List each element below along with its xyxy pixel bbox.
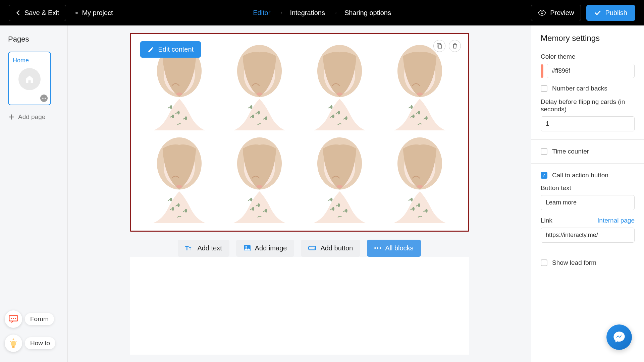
- memory-card[interactable]: [301, 134, 378, 223]
- divider: [531, 251, 644, 251]
- all-blocks-button[interactable]: All blocks: [367, 240, 421, 257]
- svg-point-75: [380, 247, 381, 249]
- svg-rect-9: [12, 346, 15, 348]
- duplicate-button[interactable]: [433, 40, 445, 52]
- svg-point-56: [336, 185, 342, 188]
- card-illustration: [301, 41, 378, 130]
- svg-point-22: [250, 105, 252, 109]
- add-text-button[interactable]: TT Add text: [178, 240, 229, 257]
- sidebar-pages: Pages Home Add page Forum: [0, 25, 68, 362]
- svg-point-67: [425, 209, 428, 213]
- svg-point-37: [418, 111, 420, 114]
- svg-point-49: [256, 185, 262, 188]
- project-name-label: My project: [82, 9, 113, 17]
- svg-point-15: [170, 105, 172, 109]
- preview-button[interactable]: Preview: [531, 5, 581, 21]
- page-thumbnail[interactable]: Home: [8, 52, 51, 105]
- divider: [531, 139, 644, 140]
- save-exit-button[interactable]: Save & Exit: [9, 5, 66, 21]
- nav-integrations[interactable]: Integrations: [290, 9, 325, 17]
- svg-point-45: [172, 207, 174, 211]
- nav-editor[interactable]: Editor: [253, 9, 270, 17]
- link-input[interactable]: [541, 228, 635, 243]
- svg-point-39: [425, 116, 428, 120]
- howto-helper[interactable]: How to: [5, 335, 55, 352]
- add-page-button[interactable]: Add page: [8, 113, 45, 121]
- card-illustration: [221, 134, 298, 223]
- add-button-button[interactable]: Add button: [301, 240, 360, 257]
- svg-point-63: [417, 185, 423, 188]
- svg-point-14: [176, 93, 182, 96]
- color-swatch[interactable]: [541, 64, 543, 78]
- svg-point-0: [541, 12, 543, 14]
- add-button-label: Add button: [320, 244, 353, 252]
- memory-block[interactable]: Edit content: [130, 33, 469, 232]
- svg-point-60: [345, 209, 347, 213]
- edit-content-button[interactable]: Edit content: [140, 41, 201, 58]
- delete-button[interactable]: [449, 40, 461, 52]
- text-icon: TT: [185, 245, 193, 251]
- header-nav: Editor → Integrations → Sharing options: [253, 9, 391, 17]
- lead-form-checkbox[interactable]: [541, 259, 547, 266]
- header-left: Save & Exit My project: [9, 5, 113, 21]
- memory-card[interactable]: [381, 41, 458, 130]
- time-counter-checkbox[interactable]: [541, 148, 547, 155]
- add-image-button[interactable]: Add image: [236, 240, 294, 257]
- edit-content-label: Edit content: [158, 46, 194, 53]
- svg-point-71: [245, 246, 247, 248]
- messenger-button[interactable]: [606, 324, 632, 350]
- svg-point-58: [337, 203, 340, 207]
- cta-row: Call to action button: [541, 172, 635, 179]
- nav-sharing[interactable]: Sharing options: [344, 9, 391, 17]
- memory-card[interactable]: [221, 41, 298, 130]
- svg-point-42: [176, 185, 182, 188]
- svg-point-57: [330, 198, 332, 201]
- svg-point-32: [345, 116, 347, 120]
- memory-card[interactable]: [381, 134, 458, 223]
- svg-point-18: [185, 116, 187, 120]
- publish-button[interactable]: Publish: [586, 5, 635, 21]
- howto-label: How to: [25, 337, 55, 349]
- add-toolbar: TT Add text Add image Add button All blo…: [178, 240, 421, 257]
- float-helpers: Forum How to: [5, 310, 55, 352]
- add-image-label: Add image: [255, 244, 287, 252]
- svg-point-38: [412, 115, 415, 118]
- forum-helper[interactable]: Forum: [5, 310, 55, 328]
- checkmark-icon: [594, 10, 601, 16]
- image-icon: [244, 245, 251, 251]
- canvas-footer: [130, 257, 469, 355]
- svg-point-16: [177, 111, 179, 114]
- button-text-input[interactable]: [541, 195, 635, 210]
- svg-point-51: [257, 203, 260, 207]
- svg-point-7: [15, 318, 16, 319]
- chat-icon: [5, 310, 22, 328]
- svg-point-28: [336, 93, 342, 96]
- all-blocks-label: All blocks: [385, 244, 413, 252]
- main-layout: Pages Home Add page Forum: [0, 25, 644, 362]
- svg-text:T: T: [189, 247, 192, 251]
- dots-icon: [374, 247, 381, 249]
- svg-point-23: [257, 111, 260, 114]
- arrow-right-icon: →: [277, 9, 283, 16]
- lightbulb-icon: [5, 335, 22, 352]
- svg-point-44: [177, 203, 179, 207]
- number-card-backs-checkbox[interactable]: [541, 85, 547, 92]
- page-options-button[interactable]: [40, 95, 48, 102]
- svg-point-21: [256, 93, 262, 96]
- svg-point-24: [252, 115, 254, 118]
- svg-point-17: [172, 115, 174, 118]
- delay-input[interactable]: [541, 116, 635, 131]
- button-icon: [308, 245, 316, 251]
- internal-page-link[interactable]: Internal page: [597, 217, 635, 224]
- eye-icon: [538, 10, 546, 16]
- time-counter-row: Time counter: [541, 148, 635, 155]
- svg-text:T: T: [185, 245, 189, 251]
- lead-form-label: Show lead form: [552, 259, 596, 266]
- cta-checkbox[interactable]: [541, 172, 547, 179]
- settings-title: Memory settings: [541, 34, 635, 43]
- memory-card[interactable]: [301, 41, 378, 130]
- memory-card[interactable]: [221, 134, 298, 223]
- delay-group: Delay before flipping cards (in seconds): [541, 98, 635, 131]
- memory-card[interactable]: [141, 134, 218, 223]
- color-input[interactable]: [547, 64, 635, 78]
